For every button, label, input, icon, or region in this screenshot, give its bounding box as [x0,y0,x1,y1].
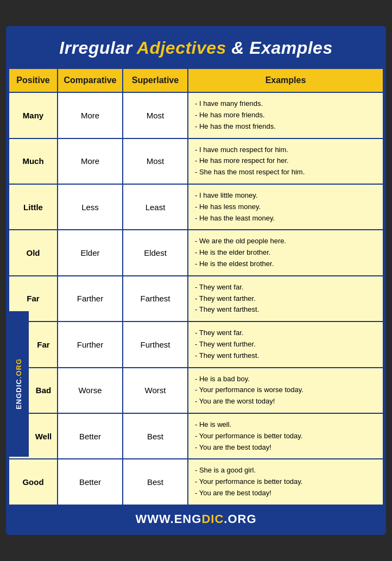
cell-examples: - We are the old people here.- He is the… [188,230,383,275]
cell-comparative: Better [58,459,123,505]
table-row: ManyMoreMost- I have many friends.- He h… [9,92,383,138]
title-part3: & Examples [226,38,333,58]
cell-examples: - He is well.- Your performance is bette… [188,413,383,459]
cell-examples: - He is a bad boy.- Your performance is … [188,368,383,413]
page-title: Irregular Adjectives & Examples [8,28,384,68]
table-row: FarFurtherFurthest- They went far.- They… [9,322,383,367]
table-row: BadWorseWorst- He is a bad boy.- Your pe… [9,368,383,413]
table-row: MuchMoreMost- I have much respect for hi… [9,138,383,184]
header-examples: Examples [188,68,383,92]
footer: WWW.ENGDIC.ORG [8,506,384,533]
cell-superlative: Best [123,459,188,505]
table-row: GoodBetterBest- She is a good girl.- You… [9,459,383,505]
header-superlative: Superlative [123,68,188,92]
cell-positive: Much [9,138,58,184]
table-row: FarFartherFarthest- They went far.- They… [9,276,383,322]
cell-examples: - She is a good girl.- Your performance … [188,459,383,505]
cell-positive: Good [9,459,58,505]
footer-text4: .ORG [224,512,256,526]
cell-examples: - I have much respect for him.- He has m… [188,138,383,184]
watermark-text2: .ORG [15,358,23,379]
cell-comparative: Further [58,322,123,367]
title-part2: Adjectives [137,38,226,58]
cell-superlative: Least [123,184,188,230]
footer-text1: WWW. [135,512,174,526]
cell-comparative: Worse [58,368,123,413]
card: Irregular Adjectives & Examples ENGDIC.O… [6,26,386,535]
cell-comparative: More [58,138,123,184]
header-comparative: Comparative [58,68,123,92]
cell-comparative: Better [58,413,123,459]
cell-superlative: Furthest [123,322,188,367]
cell-superlative: Most [123,92,188,138]
cell-examples: - I have many friends.- He has more frie… [188,92,383,138]
cell-examples: - They went far.- They went farther.- Th… [188,276,383,322]
table-row: WellBetterBest- He is well.- Your perfor… [9,413,383,459]
cell-comparative: Farther [58,276,123,322]
cell-comparative: Elder [58,230,123,275]
cell-positive: Little [9,184,58,230]
table-row: LittleLessLeast- I have little money.- H… [9,184,383,230]
cell-superlative: Most [123,138,188,184]
cell-comparative: Less [58,184,123,230]
cell-superlative: Best [123,413,188,459]
watermark-text: ENGDIC.ORG [15,358,23,409]
cell-examples: - They went far.- They went further.- Th… [188,322,383,367]
table-row: OldElderEldest- We are the old people he… [9,230,383,275]
cell-positive: Many [9,92,58,138]
table-header-row: Positive Comparative Superlative Example… [9,68,383,92]
title-part1: Irregular [59,38,137,58]
cell-superlative: Eldest [123,230,188,275]
cell-superlative: Worst [123,368,188,413]
watermark-text1: ENGDIC [15,379,23,409]
footer-text2: ENG [174,512,202,526]
adjectives-table: Positive Comparative Superlative Example… [8,68,384,506]
header-positive: Positive [9,68,58,92]
cell-positive: Old [9,230,58,275]
cell-examples: - I have little money.- He has less mone… [188,184,383,230]
cell-comparative: More [58,92,123,138]
footer-text3: DIC [201,512,224,526]
watermark: ENGDIC.ORG [8,311,29,457]
cell-superlative: Farthest [123,276,188,322]
